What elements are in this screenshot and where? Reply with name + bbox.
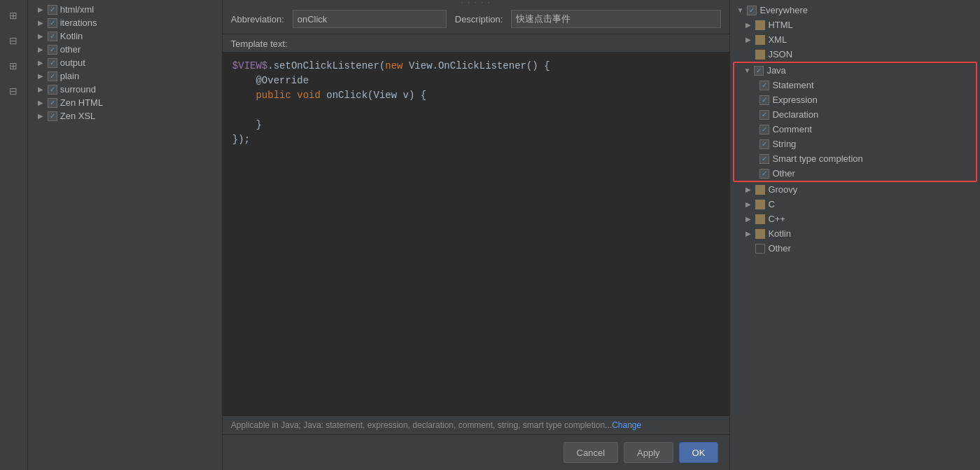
context-item-expression[interactable]: Expression	[734, 92, 976, 107]
tree-item-other[interactable]: ▶ other	[28, 43, 222, 56]
tree-item-plain[interactable]: ▶ plain	[28, 69, 222, 83]
sidebar-icon-1[interactable]: ⊞	[4, 6, 23, 25]
checkbox-everywhere[interactable]	[747, 6, 757, 15]
context-item-cpp[interactable]: ▶ C++	[730, 212, 980, 226]
folder-icon-other	[755, 244, 765, 254]
label-xml: XML	[768, 34, 787, 45]
label-kotlin: Kotlin	[60, 31, 83, 41]
arrow-c: ▶	[744, 200, 752, 209]
code-line-4	[232, 103, 720, 118]
tree-item-zenxsl[interactable]: ▶ Zen XSL	[28, 109, 222, 123]
checkbox-surround[interactable]	[48, 85, 57, 95]
checkbox-statement[interactable]	[760, 81, 769, 90]
abbreviation-input[interactable]	[293, 10, 447, 28]
checkbox-declaration[interactable]	[760, 110, 769, 120]
context-item-kotlin[interactable]: ▶ Kotlin	[730, 226, 980, 241]
label-everywhere: Everywhere	[760, 5, 808, 15]
folder-icon-json	[755, 50, 765, 60]
label-zenhtml: Zen HTML	[60, 97, 103, 108]
label-javaother: Other	[772, 168, 795, 179]
label-kotlin-r: Kotlin	[768, 228, 791, 239]
checkbox-kotlin[interactable]	[48, 32, 57, 41]
right-context-panel: ▼ Everywhere ▶ HTML ▶ XML ▶ JSON ▼	[729, 0, 980, 470]
context-item-statement[interactable]: Statement	[734, 78, 976, 92]
arrow-kotlin-r: ▶	[744, 230, 752, 238]
sidebar-icon-2[interactable]: ⊟	[4, 31, 23, 50]
context-item-string[interactable]: String	[734, 137, 976, 151]
context-item-xml[interactable]: ▶ XML	[730, 32, 980, 47]
label-c: C	[768, 199, 774, 209]
tree-item-surround[interactable]: ▶ surround	[28, 83, 222, 96]
code-line-3: public void onClick(View v) {	[232, 88, 720, 103]
code-editor[interactable]: $VIEW$.setOnClickListener(new View.OnCli…	[223, 52, 730, 415]
label-groovy: Groovy	[768, 184, 797, 195]
checkbox-plain[interactable]	[48, 71, 57, 81]
tree-item-iterations[interactable]: ▶ iterations	[28, 16, 222, 29]
checkbox-zenxsl[interactable]	[48, 111, 57, 121]
label-expression: Expression	[772, 95, 817, 105]
sidebar-icon-4[interactable]: ⊟	[4, 81, 23, 101]
sidebar-icon-3[interactable]: ⊞	[4, 56, 23, 76]
fields-row: Abbreviation: Description:	[223, 4, 730, 34]
arrow-java: ▼	[743, 67, 751, 75]
arrow-htmlxml: ▶	[36, 6, 45, 14]
label-iterations: iterations	[60, 18, 97, 28]
label-smarttype: Smart type completion	[772, 153, 862, 164]
code-line-5: }	[232, 118, 720, 132]
tree-item-htmlxml[interactable]: ▶ html/xml	[28, 3, 222, 16]
arrow-output: ▶	[36, 59, 45, 67]
context-item-java[interactable]: ▼ Java	[734, 63, 976, 78]
context-item-groovy[interactable]: ▶ Groovy	[730, 182, 980, 197]
checkbox-iterations[interactable]	[48, 18, 57, 28]
checkbox-javaother[interactable]	[760, 169, 769, 179]
arrow-plain: ▶	[36, 72, 45, 81]
apply-button[interactable]: Apply	[624, 442, 673, 463]
cancel-button[interactable]: Cancel	[564, 442, 618, 463]
template-text-label: Template text:	[223, 34, 730, 52]
arrow-other: ▶	[36, 46, 45, 54]
left-sidebar: ⊞ ⊟ ⊞ ⊟	[0, 0, 28, 470]
checkbox-smarttype[interactable]	[760, 154, 769, 164]
checkbox-other[interactable]	[48, 45, 57, 55]
context-item-other-bottom[interactable]: ▶ Other	[730, 241, 980, 256]
tree-item-output[interactable]: ▶ output	[28, 56, 222, 69]
arrow-iterations: ▶	[36, 19, 45, 27]
code-line-6: });	[232, 132, 720, 147]
arrow-zenxsl: ▶	[36, 112, 45, 120]
checkbox-string[interactable]	[760, 139, 769, 149]
arrow-kotlin: ▶	[36, 32, 45, 41]
context-item-json[interactable]: ▶ JSON	[730, 47, 980, 62]
code-line-1: $VIEW$.setOnClickListener(new View.OnCli…	[232, 59, 720, 74]
context-item-html[interactable]: ▶ HTML	[730, 18, 980, 32]
bottom-bar: Cancel Apply OK	[223, 434, 730, 470]
checkbox-zenhtml[interactable]	[48, 98, 57, 108]
arrow-everywhere: ▼	[736, 6, 744, 15]
tree-item-zenhtml[interactable]: ▶ Zen HTML	[28, 96, 222, 109]
tree-item-kotlin[interactable]: ▶ Kotlin	[28, 29, 222, 43]
label-json: JSON	[768, 49, 792, 60]
context-item-everywhere[interactable]: ▼ Everywhere	[730, 3, 980, 18]
context-item-smarttype[interactable]: Smart type completion	[734, 151, 976, 166]
context-item-c[interactable]: ▶ C	[730, 197, 980, 212]
status-bar: Applicable in Java; Java: statement, exp…	[223, 415, 730, 434]
ok-button[interactable]: OK	[679, 442, 719, 463]
label-declaration: Declaration	[772, 109, 818, 120]
arrow-html: ▶	[744, 21, 752, 29]
label-surround: surround	[60, 84, 96, 95]
context-item-javaother[interactable]: Other	[734, 166, 976, 181]
context-item-declaration[interactable]: Declaration	[734, 107, 976, 122]
description-input[interactable]	[511, 10, 721, 28]
checkbox-output[interactable]	[48, 58, 57, 68]
label-statement: Statement	[772, 80, 813, 90]
change-link[interactable]: Change	[612, 420, 641, 430]
arrow-surround: ▶	[36, 85, 45, 94]
checkbox-expression[interactable]	[760, 95, 769, 105]
checkbox-comment[interactable]	[760, 125, 769, 134]
label-html: HTML	[768, 20, 792, 30]
checkbox-java[interactable]	[754, 66, 764, 76]
context-item-comment[interactable]: Comment	[734, 122, 976, 137]
left-tree-panel: ▶ html/xml ▶ iterations ▶ Kotlin ▶ other…	[28, 0, 223, 470]
folder-icon-cpp	[755, 214, 765, 224]
arrow-groovy: ▶	[744, 186, 752, 194]
checkbox-htmlxml[interactable]	[48, 5, 57, 15]
